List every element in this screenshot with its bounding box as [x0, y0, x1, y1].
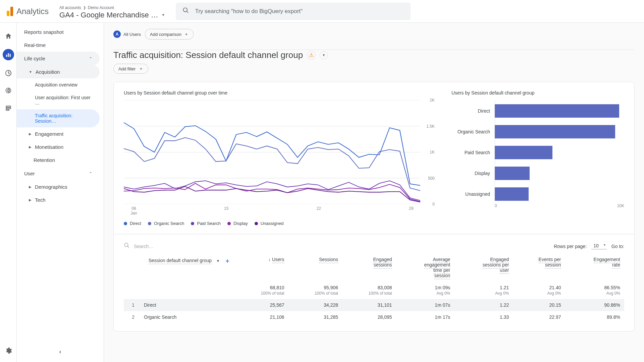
- sidebar-monetisation[interactable]: ▶Monetisation: [17, 140, 104, 154]
- bar-row[interactable]: Display: [451, 167, 624, 180]
- table-search-input[interactable]: Search…: [124, 242, 153, 250]
- bar-label: Unassigned: [451, 191, 490, 197]
- sidebar-lifecycle-label: Life cycle: [24, 56, 45, 61]
- dimension-header[interactable]: Session default channel group ▼ ＋: [128, 257, 230, 265]
- col-avg-engagement[interactable]: Averageengagementtime persession: [396, 253, 454, 282]
- audience-chip-label: All Users: [123, 32, 141, 37]
- col-engaged-sessions[interactable]: Engagedsessions: [342, 253, 396, 282]
- bar-label: Direct: [451, 108, 490, 114]
- table-row[interactable]: 1Direct25,56734,22831,1011m 07s1.2220.15…: [124, 299, 624, 311]
- col-engaged-per-user[interactable]: Engagedsessions peruser: [454, 253, 513, 282]
- app-header: Analytics All accounts ❯ Demo Account GA…: [0, 0, 644, 23]
- sidebar-user-acquisition[interactable]: User acquisition: First user …: [17, 91, 104, 109]
- property-dropdown[interactable]: GA4 - Google Merchandise … ▼: [59, 11, 165, 19]
- page-title-text: Traffic acquisition: Session default cha…: [113, 50, 303, 60]
- x-axis-labels: 08Jan152229: [124, 204, 435, 216]
- sort-down-icon: ↓: [268, 257, 271, 262]
- svg-rect-3: [8, 53, 9, 57]
- sidebar-traffic-acquisition[interactable]: Traffic acquisition: Session…: [17, 109, 100, 127]
- chevron-up-icon: ⌃: [89, 56, 92, 61]
- line-chart-panel: Users by Session default channel group o…: [124, 90, 435, 226]
- search-icon: [182, 7, 189, 15]
- sidebar-user-section[interactable]: User ⌃: [17, 167, 100, 180]
- table-search-placeholder: Search…: [134, 244, 153, 249]
- chevron-up-icon: ⌃: [89, 171, 92, 176]
- add-comparison-button[interactable]: Add comparison ＋: [145, 29, 194, 40]
- bar-chart[interactable]: DirectOrganic SearchPaid SearchDisplayUn…: [451, 100, 624, 201]
- col-sessions[interactable]: Sessions: [288, 253, 342, 282]
- col-users[interactable]: ↓Users: [234, 253, 288, 282]
- data-table: Session default channel group ▼ ＋ ↓Users…: [124, 253, 624, 323]
- caret-right-icon: ▶: [29, 145, 32, 149]
- svg-rect-10: [6, 109, 9, 110]
- breadcrumb: All accounts ❯ Demo Account: [59, 5, 165, 10]
- dimension-header-label: Session default channel group: [149, 258, 212, 264]
- sidebar-tech-label: Tech: [35, 197, 46, 203]
- breadcrumb-level-0: All accounts: [59, 5, 81, 10]
- bar-chart-title: Users by Session default channel group: [451, 90, 624, 96]
- rows-per-page-select[interactable]: 10: [591, 243, 607, 249]
- audience-chip-badge: A: [113, 31, 121, 38]
- configure-icon[interactable]: [4, 103, 13, 113]
- svg-rect-8: [6, 106, 10, 107]
- audience-chip-all-users[interactable]: A All Users: [113, 31, 141, 38]
- col-events-per-session[interactable]: Events persession: [513, 253, 565, 282]
- legend-item[interactable]: Organic Search: [148, 221, 184, 226]
- explore-icon[interactable]: [4, 68, 13, 78]
- warning-icon[interactable]: ⚠: [307, 51, 316, 60]
- sidebar-engagement-label: Engagement: [35, 131, 63, 137]
- title-dropdown-button[interactable]: ▼: [320, 51, 328, 59]
- sidebar-reports-snapshot[interactable]: Reports snapshot: [17, 25, 104, 39]
- svg-rect-4: [9, 54, 10, 57]
- table-row[interactable]: 2Organic Search21,10631,28528,0951m 17s1…: [124, 311, 624, 323]
- bar-row[interactable]: Direct: [451, 104, 624, 118]
- add-dimension-button[interactable]: ＋: [224, 257, 230, 265]
- sidebar-user-label: User: [24, 171, 35, 176]
- line-chart-title: Users by Session default channel group o…: [124, 90, 435, 96]
- add-filter-label: Add filter: [118, 66, 136, 71]
- divider: [114, 234, 634, 234]
- add-filter-button[interactable]: Add filter ＋: [113, 64, 148, 74]
- go-to-label: Go to:: [611, 244, 624, 249]
- home-icon[interactable]: [4, 32, 13, 41]
- chevron-right-icon: ❯: [83, 6, 86, 9]
- caret-down-icon: ▼: [29, 70, 32, 74]
- caret-right-icon: ▶: [29, 198, 32, 202]
- report-card: Users by Session default channel group o…: [113, 82, 635, 331]
- plus-icon: ＋: [139, 66, 143, 72]
- sidebar-monetisation-label: Monetisation: [35, 144, 63, 150]
- sidebar-retention[interactable]: Retention: [17, 154, 104, 167]
- collapse-sidebar-button[interactable]: ‹: [59, 348, 61, 355]
- legend-item[interactable]: Paid Search: [191, 221, 221, 226]
- bar-row[interactable]: Organic Search: [451, 125, 624, 138]
- bar-scale: 010K: [495, 203, 624, 208]
- reports-icon[interactable]: [3, 49, 14, 60]
- svg-point-7: [6, 88, 11, 93]
- search-icon: [124, 242, 130, 250]
- legend-item[interactable]: Display: [227, 221, 248, 226]
- sidebar-demographics[interactable]: ▶Demographics: [17, 180, 104, 193]
- legend-item[interactable]: Direct: [124, 221, 141, 226]
- sidebar-engagement[interactable]: ▶Engagement: [17, 127, 104, 140]
- svg-rect-9: [6, 108, 10, 109]
- caret-down-icon: ▼: [162, 13, 165, 17]
- search-placeholder: Try searching "how to do BigQuery export…: [195, 8, 303, 15]
- nav-rail: [0, 23, 17, 362]
- account-selector[interactable]: All accounts ❯ Demo Account GA4 - Google…: [59, 3, 165, 19]
- sidebar-lifecycle-section[interactable]: Life cycle ⌃: [17, 52, 100, 65]
- admin-gear-icon[interactable]: [4, 346, 13, 355]
- sidebar-acquisition[interactable]: ▼Acquisition: [17, 65, 100, 78]
- sidebar-tech[interactable]: ▶Tech: [17, 193, 104, 206]
- sidebar-realtime[interactable]: Real-time: [17, 39, 104, 52]
- bar-label: Organic Search: [451, 129, 490, 134]
- bar-row[interactable]: Unassigned: [451, 187, 624, 201]
- sidebar-acquisition-overview[interactable]: Acquisition overview: [17, 78, 104, 91]
- search-input[interactable]: Try searching "how to do BigQuery export…: [176, 3, 411, 20]
- advertising-icon[interactable]: [4, 86, 13, 95]
- line-chart[interactable]: 2K1.5K1K5000: [124, 100, 435, 204]
- legend-item[interactable]: Unassigned: [255, 221, 284, 226]
- reports-sidebar: Reports snapshot Real-time Life cycle ⌃ …: [17, 23, 104, 362]
- col-engagement-rate[interactable]: Engagementrate: [565, 253, 624, 282]
- table-controls: Search… Rows per page: 10 Go to:: [124, 242, 624, 253]
- bar-row[interactable]: Paid Search: [451, 146, 624, 159]
